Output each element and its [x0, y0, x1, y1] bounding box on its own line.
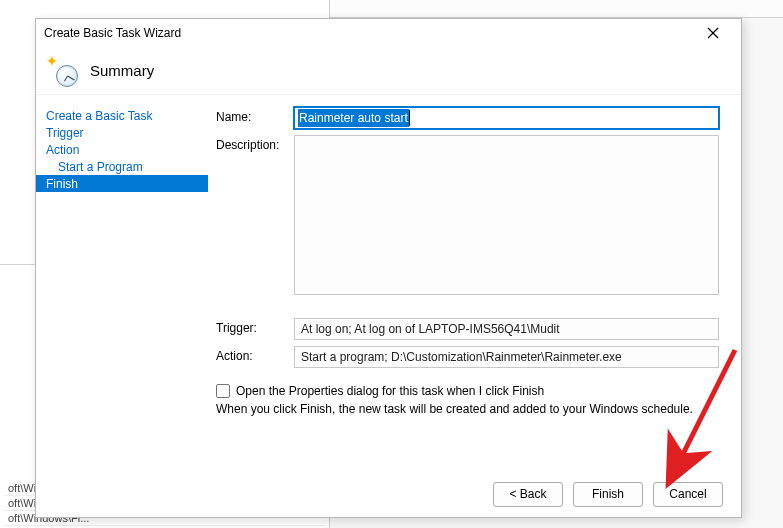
sidebar-item-trigger[interactable]: Trigger	[36, 124, 216, 141]
wizard-step-title: Summary	[90, 62, 154, 79]
action-label: Action:	[216, 346, 294, 368]
wizard-main-panel: Name: Rainmeter auto start Description: …	[216, 95, 741, 471]
wizard-scheduled-task-icon: ✦	[46, 55, 78, 87]
sidebar-item-start-a-program[interactable]: Start a Program	[36, 158, 216, 175]
sidebar-item-finish[interactable]: Finish	[36, 175, 208, 192]
wizard-step-list: Create a Basic Task Trigger Action Start…	[36, 95, 216, 471]
cancel-button[interactable]: Cancel	[653, 482, 723, 507]
window-title: Create Basic Task Wizard	[44, 26, 693, 40]
finish-hint-text: When you click Finish, the new task will…	[216, 402, 719, 416]
name-label: Name:	[216, 107, 294, 129]
wizard-dialog: Create Basic Task Wizard ✦ Summary Creat…	[35, 18, 742, 518]
description-label: Description:	[216, 135, 294, 298]
sidebar-item-create-basic-task[interactable]: Create a Basic Task	[36, 107, 216, 124]
sidebar-item-action[interactable]: Action	[36, 141, 216, 158]
text-caret	[409, 110, 410, 126]
wizard-button-bar: < Back Finish Cancel	[36, 471, 741, 517]
description-input[interactable]	[294, 135, 719, 295]
open-properties-checkbox[interactable]	[216, 384, 230, 398]
action-value[interactable]: Start a program; D:\Customization\Rainme…	[294, 346, 719, 368]
back-button[interactable]: < Back	[493, 482, 563, 507]
close-button[interactable]	[693, 21, 733, 45]
open-properties-label: Open the Properties dialog for this task…	[236, 384, 544, 398]
name-input[interactable]: Rainmeter auto start	[294, 107, 719, 129]
titlebar: Create Basic Task Wizard	[36, 19, 741, 47]
wizard-header: ✦ Summary	[36, 47, 741, 95]
trigger-value[interactable]: At log on; At log on of LAPTOP-IMS56Q41\…	[294, 318, 719, 340]
trigger-label: Trigger:	[216, 318, 294, 340]
close-icon	[707, 27, 719, 39]
finish-button[interactable]: Finish	[573, 482, 643, 507]
name-input-value: Rainmeter auto start	[299, 111, 408, 125]
